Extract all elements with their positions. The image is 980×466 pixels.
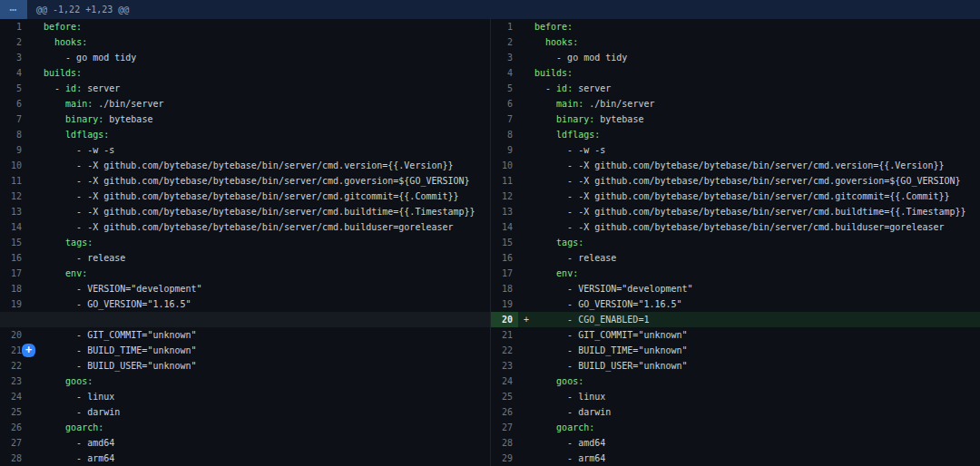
line-number[interactable]: 9: [0, 142, 27, 158]
line-number[interactable]: 23: [0, 374, 27, 389]
line-number[interactable]: 23: [491, 358, 518, 374]
line-number[interactable]: 4: [0, 65, 27, 81]
code-text: - arm64: [44, 453, 114, 463]
add-comment-button[interactable]: +: [22, 344, 35, 357]
code-text: [534, 130, 556, 140]
line-number[interactable]: 6: [0, 96, 27, 112]
line-number[interactable]: 10: [491, 158, 518, 173]
line-number[interactable]: 7: [491, 112, 518, 127]
code-text: - darwin: [534, 407, 611, 417]
line-number[interactable]: 27: [491, 420, 518, 435]
line-number[interactable]: 13: [491, 204, 518, 219]
line-number[interactable]: 8: [491, 127, 518, 142]
line-number[interactable]: 24: [0, 389, 27, 404]
diff-sign: [27, 327, 44, 343]
diff-row-old-7: 7 binary: bytebase: [0, 112, 490, 127]
line-number[interactable]: 5: [0, 81, 27, 96]
line-number[interactable]: 22: [0, 358, 27, 374]
code-text: - GIT_COMMIT="unknown": [534, 330, 688, 340]
code-text: [44, 422, 65, 432]
code-line: - go mod tidy: [534, 50, 627, 65]
code-line: - linux: [44, 389, 114, 404]
yaml-key: goos:: [65, 376, 93, 386]
line-number[interactable]: 10: [0, 158, 27, 173]
line-number[interactable]: 26: [0, 420, 27, 435]
line-number[interactable]: 25: [491, 389, 518, 404]
diff-row-old-5: 5 - id: server: [0, 81, 490, 96]
line-number[interactable]: 21: [491, 327, 518, 343]
line-number[interactable]: 1: [0, 19, 27, 34]
line-number[interactable]: 15: [491, 235, 518, 250]
line-number[interactable]: 17: [0, 266, 27, 281]
diff-sign: [27, 435, 44, 451]
line-number[interactable]: 3: [491, 50, 518, 65]
code-line: - darwin: [534, 404, 611, 420]
line-number[interactable]: 19: [491, 296, 518, 312]
code-text: - -X github.com/bytebase/bytebase/bin/se…: [534, 176, 961, 186]
line-number[interactable]: 24: [491, 374, 518, 389]
line-number[interactable]: 20: [0, 327, 27, 343]
line-number[interactable]: 15: [0, 235, 27, 250]
line-number[interactable]: 6: [491, 96, 518, 112]
diff-sign: [27, 296, 44, 312]
code-line: - BUILD_TIME="unknown": [44, 343, 197, 358]
diff-sign: [27, 127, 44, 142]
line-number[interactable]: 11: [0, 173, 27, 189]
code-line: - -X github.com/bytebase/bytebase/bin/se…: [44, 158, 454, 173]
line-number[interactable]: 5: [491, 81, 518, 96]
line-number[interactable]: 2: [491, 34, 518, 50]
line-number[interactable]: 12: [491, 189, 518, 204]
line-number[interactable]: 26: [491, 404, 518, 420]
yaml-key: builds:: [44, 68, 82, 78]
code-text: [534, 238, 556, 248]
diff-sign: [27, 173, 44, 189]
yaml-key: env:: [65, 268, 87, 278]
line-number[interactable]: 4: [491, 65, 518, 81]
line-number[interactable]: 14: [0, 219, 27, 235]
diff-row-old-26: 26 goarch:: [0, 420, 490, 435]
code-text: [44, 37, 54, 47]
line-number[interactable]: 3: [0, 50, 27, 65]
code-line: goarch:: [534, 420, 594, 435]
line-number[interactable]: 28: [491, 435, 518, 451]
line-number[interactable]: 9: [491, 142, 518, 158]
code-line: builds:: [534, 65, 573, 81]
diff-sign: [27, 266, 44, 281]
code-text: [534, 268, 556, 278]
code-text: -: [534, 83, 556, 93]
line-number[interactable]: 2: [0, 34, 27, 50]
line-number[interactable]: 16: [0, 250, 27, 266]
diff-sign: [27, 19, 44, 34]
yaml-key: goarch:: [556, 422, 594, 432]
line-number[interactable]: 17: [491, 266, 518, 281]
line-number[interactable]: 13: [0, 204, 27, 219]
diff-row-old-21: 21 - BUILD_TIME="unknown"+: [0, 343, 490, 358]
line-number[interactable]: 14: [491, 219, 518, 235]
yaml-key: before:: [534, 22, 573, 32]
expand-hunk-icon[interactable]: ⋯: [0, 0, 27, 19]
line-number[interactable]: 22: [491, 343, 518, 358]
diff-row-new-19: 19 - GO_VERSION="1.16.5": [491, 296, 980, 312]
line-number[interactable]: 28: [0, 451, 27, 466]
code-line: - amd64: [44, 435, 114, 451]
line-number[interactable]: 27: [0, 435, 27, 451]
line-number[interactable]: 8: [0, 127, 27, 142]
diff-row-new-12: 12 - -X github.com/bytebase/bytebase/bin…: [491, 189, 980, 204]
line-number[interactable]: 18: [0, 281, 27, 296]
diff-sign: [518, 374, 534, 389]
line-number[interactable]: 16: [491, 250, 518, 266]
line-number[interactable]: 20: [491, 312, 518, 327]
hunk-range-label: @@ -1,22 +1,23 @@: [27, 0, 129, 19]
line-number[interactable]: 7: [0, 112, 27, 127]
line-number[interactable]: 19: [0, 296, 27, 312]
diff-sign: [518, 127, 534, 142]
diff-row-new-26: 26 - darwin: [491, 404, 980, 420]
line-number[interactable]: 25: [0, 404, 27, 420]
line-number[interactable]: 11: [491, 173, 518, 189]
line-number[interactable]: 18: [491, 281, 518, 296]
code-text: - VERSION="development": [534, 284, 693, 294]
code-line: binary: bytebase: [534, 112, 643, 127]
line-number[interactable]: 1: [491, 19, 518, 34]
line-number[interactable]: 12: [0, 189, 27, 204]
line-number[interactable]: 29: [491, 451, 518, 466]
